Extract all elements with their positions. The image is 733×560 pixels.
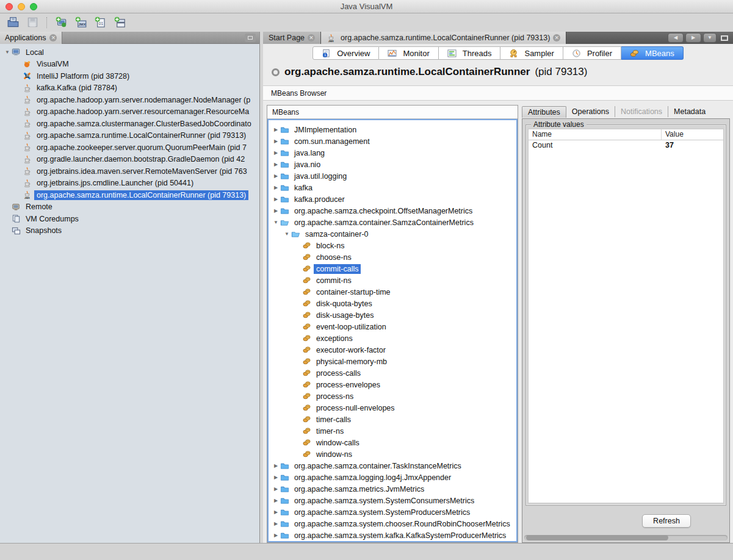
tree-item[interactable]: JMXorg.apache.samza.runtime.LocalContain…	[0, 189, 259, 201]
expand-toggle-icon[interactable]: ▶	[272, 196, 280, 202]
tree-item[interactable]: org.jetbrains.jps.cmdline.Launcher (pid …	[0, 178, 259, 190]
tree-item[interactable]: commit-ns	[269, 275, 516, 286]
expand-toggle-icon[interactable]: ▶	[272, 498, 280, 503]
tree-item[interactable]: org.apache.zookeeper.server.quorum.Quoru…	[0, 142, 259, 154]
tree-item[interactable]: ▼org.apache.samza.container.SamzaContain…	[269, 217, 516, 228]
view-tab-threads[interactable]: Threads	[439, 46, 501, 60]
document-tab[interactable]: JMXorg.apache.samza.runtime.LocalContain…	[321, 32, 566, 44]
view-tab-profiler[interactable]: Profiler	[563, 46, 621, 60]
mbean-tab-operations[interactable]: Operations	[566, 106, 615, 117]
tab-list-dropdown-button[interactable]: ▼	[703, 33, 717, 43]
tree-item[interactable]: VisualVM	[0, 59, 259, 71]
add-jmx-connection-button[interactable]: JMX	[73, 16, 88, 29]
tree-item[interactable]: ▼samza-container-0	[269, 228, 516, 240]
tree-item[interactable]: process-calls	[269, 367, 516, 379]
tree-item[interactable]: container-startup-time	[269, 286, 516, 298]
tree-item[interactable]: process-ns	[269, 390, 516, 402]
tree-item[interactable]: disk-quota-bytes	[269, 298, 516, 309]
tree-item[interactable]: ▶org.apache.samza.container.TaskInstance…	[269, 460, 516, 472]
tree-item[interactable]: Remote	[0, 201, 259, 214]
collapse-toggle-icon[interactable]: ▼	[272, 220, 280, 225]
expand-toggle-icon[interactable]: ▶	[272, 162, 280, 167]
add-vm-coredump-button[interactable]: 01	[92, 16, 108, 29]
tree-item[interactable]: timer-ns	[269, 425, 516, 437]
expand-toggle-icon[interactable]: ▶	[272, 533, 280, 538]
mbean-tab-metadata[interactable]: Metadata	[668, 106, 711, 117]
tree-item[interactable]: commit-calls	[269, 263, 516, 275]
collapse-toggle-icon[interactable]: ▼	[3, 49, 12, 55]
expand-toggle-icon[interactable]: ▶	[272, 509, 280, 515]
scroll-tabs-right-button[interactable]: ▶	[685, 33, 701, 43]
add-application-snapshot-button[interactable]	[112, 16, 128, 29]
tree-item[interactable]: ▶org.apache.samza.system.kafka.KafkaSyst…	[269, 529, 516, 541]
tree-item[interactable]: timer-calls	[269, 414, 516, 425]
tree-item[interactable]: Snapshots	[0, 225, 259, 237]
tree-item[interactable]: choose-ns	[269, 251, 516, 263]
tree-item[interactable]: ▶org.apache.samza.system.chooser.RoundRo…	[269, 518, 516, 529]
tree-item[interactable]: block-ns	[269, 240, 516, 251]
expand-toggle-icon[interactable]: ▶	[272, 463, 280, 468]
tree-item[interactable]: ▶org.apache.samza.logging.log4j.JmxAppen…	[269, 472, 516, 483]
view-tab-overview[interactable]: 1Overview	[312, 46, 379, 60]
tree-item[interactable]: ▶org.apache.samza.system.SystemProducers…	[269, 506, 516, 518]
expand-toggle-icon[interactable]: ▶	[272, 208, 280, 214]
tree-item[interactable]: org.apache.hadoop.yarn.server.nodemanage…	[0, 94, 259, 106]
document-tab[interactable]: Start Page✕	[263, 32, 321, 44]
load-snapshot-button[interactable]	[5, 16, 21, 29]
tree-item[interactable]: executor-work-factor	[269, 344, 516, 356]
expand-toggle-icon[interactable]: ▶	[272, 127, 280, 132]
tree-item[interactable]: exceptions	[269, 332, 516, 344]
horizontal-scrollbar[interactable]	[524, 535, 728, 540]
tree-item[interactable]: ▼Local	[0, 46, 259, 59]
tree-item[interactable]: org.apache.samza.runtime.LocalContainerR…	[0, 130, 259, 142]
tree-item[interactable]: ▶org.apache.samza.checkpoint.OffsetManag…	[269, 205, 516, 217]
tree-item[interactable]: ▶java.lang	[269, 147, 516, 159]
minimize-panel-button[interactable]	[245, 34, 256, 42]
tree-item[interactable]: window-calls	[269, 437, 516, 448]
tree-item[interactable]: ▶java.nio	[269, 159, 516, 170]
tree-item[interactable]: org.jetbrains.idea.maven.server.RemoteMa…	[0, 165, 259, 178]
refresh-button[interactable]: Refresh	[642, 514, 691, 528]
view-tab-monitor[interactable]: Monitor	[379, 46, 438, 60]
tree-item[interactable]: org.apache.samza.clustermanager.ClusterB…	[0, 118, 259, 130]
expand-toggle-icon[interactable]: ▶	[272, 185, 280, 190]
tree-item[interactable]: window-ns	[269, 448, 516, 460]
expand-toggle-icon[interactable]: ▶	[272, 138, 280, 144]
add-remote-host-button[interactable]	[53, 16, 69, 29]
view-tab-sampler[interactable]: Sampler	[500, 46, 563, 60]
tree-item[interactable]: process-envelopes	[269, 379, 516, 390]
expand-toggle-icon[interactable]: ▶	[272, 521, 280, 526]
horizontal-scrollbar-thumb[interactable]	[526, 535, 668, 540]
tree-item[interactable]: kafka.Kafka (pid 78784)	[0, 82, 259, 95]
tree-item[interactable]: ▶com.sun.management	[269, 135, 516, 147]
maximize-view-button[interactable]	[718, 33, 731, 43]
expand-toggle-icon[interactable]: ▶	[272, 150, 280, 156]
tree-item[interactable]: ▶kafka	[269, 182, 516, 193]
tree-item[interactable]: ▶org.apache.samza.system.SystemConsumers…	[269, 495, 516, 506]
scroll-tabs-left-button[interactable]: ◀	[668, 33, 684, 43]
expand-toggle-icon[interactable]: ▶	[272, 173, 280, 179]
close-tab-icon[interactable]: ✕	[553, 34, 560, 41]
mbean-tab-attributes[interactable]: Attributes	[522, 106, 566, 118]
expand-toggle-icon[interactable]: ▶	[272, 475, 280, 480]
tree-item[interactable]: org.apache.hadoop.yarn.server.resourcema…	[0, 106, 259, 118]
close-tab-icon[interactable]: ✕	[308, 34, 315, 41]
column-header-value[interactable]: Value	[662, 129, 687, 140]
attribute-row[interactable]: Count37	[529, 140, 723, 151]
tree-item[interactable]: event-loop-utilization	[269, 321, 516, 332]
tree-item[interactable]: org.gradle.launcher.daemon.bootstrap.Gra…	[0, 154, 259, 166]
tree-item[interactable]: disk-usage-bytes	[269, 309, 516, 321]
tree-item[interactable]: ▶org.apache.samza.metrics.JvmMetrics	[269, 483, 516, 495]
collapse-toggle-icon[interactable]: ▼	[283, 231, 291, 237]
tree-item[interactable]: JBIntelliJ Platform (pid 38728)	[0, 70, 259, 82]
tree-item[interactable]: ▶kafka.producer	[269, 193, 516, 205]
column-header-name[interactable]: Name	[529, 129, 662, 140]
close-tab-icon[interactable]: ✕	[49, 34, 57, 41]
expand-toggle-icon[interactable]: ▶	[272, 486, 280, 492]
tab-applications[interactable]: Applications ✕	[0, 32, 62, 44]
tree-item[interactable]: process-null-envelopes	[269, 402, 516, 414]
tree-item[interactable]: physical-memory-mb	[269, 356, 516, 367]
tree-item[interactable]: ▶JMImplementation	[269, 124, 516, 135]
tree-item[interactable]: ▶java.util.logging	[269, 170, 516, 182]
tree-item[interactable]: VM Coredumps	[0, 213, 259, 225]
